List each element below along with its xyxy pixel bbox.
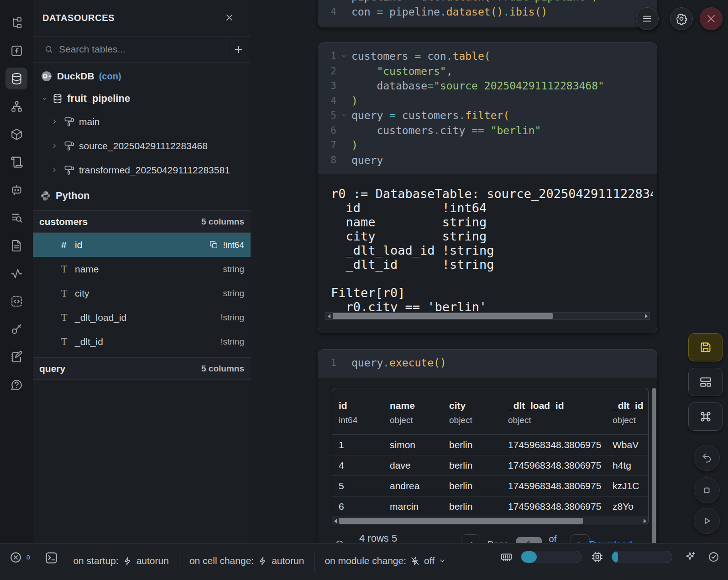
- code-cell-2[interactable]: 1customers = con.table(2 "customers",3 d…: [318, 42, 657, 333]
- run-button[interactable]: [694, 508, 720, 534]
- rail-item-help[interactable]: [5, 374, 27, 396]
- error-count-button[interactable]: 0: [9, 551, 30, 564]
- memory-usage-meter[interactable]: [500, 551, 581, 563]
- rail-item-org-chart[interactable]: [5, 95, 27, 117]
- notebook-menu-button[interactable]: [636, 7, 659, 30]
- table-section-query[interactable]: query5 columns: [33, 357, 251, 380]
- connection-duckdb[interactable]: DuckDB(con): [33, 65, 251, 88]
- table-header-name[interactable]: nameobject: [383, 400, 443, 434]
- code-cell-3[interactable]: 1query.execute() idint64nameobjectcityob…: [318, 349, 657, 543]
- rail-item-file-tree[interactable]: [5, 12, 27, 34]
- download-link[interactable]: Download: [590, 539, 642, 543]
- column-name-label: city: [75, 288, 223, 299]
- connection-engine-label: DuckDB: [57, 71, 94, 82]
- cell-3-editor[interactable]: 1query.execute(): [318, 350, 657, 377]
- line-number: 1: [318, 51, 336, 62]
- column-row-name[interactable]: Tnamestring: [33, 257, 251, 281]
- column-row-city[interactable]: Tcitystring: [33, 281, 251, 305]
- setting-value: off: [424, 555, 435, 566]
- prev-page-button[interactable]: [461, 534, 480, 543]
- connection-status-button[interactable]: [707, 551, 720, 563]
- code-line: 1customers = con.table(: [318, 49, 657, 64]
- output-horizontal-scrollbar[interactable]: [325, 312, 650, 320]
- table-row[interactable]: 5andreaberlin1745968348.3806975kzJ1C: [332, 476, 648, 496]
- scrollbar-thumb[interactable]: [333, 313, 553, 319]
- table-horizontal-scrollbar[interactable]: [332, 517, 648, 525]
- notebook-pen-icon: [10, 350, 23, 364]
- scroll-left-arrow[interactable]: [332, 517, 339, 525]
- table-name-label: query: [39, 363, 65, 374]
- settings-button[interactable]: [670, 7, 693, 30]
- shutdown-button[interactable]: [700, 7, 723, 30]
- statusbar-autorun-setting[interactable]: on cell change:autorun: [189, 555, 304, 566]
- rail-item-activity[interactable]: [5, 262, 27, 284]
- add-datasource-button[interactable]: [226, 37, 251, 62]
- rail-item-file-text[interactable]: [5, 235, 27, 256]
- code-line: 8query: [318, 153, 657, 168]
- table-cell: kzJ1C: [606, 481, 649, 491]
- column-row-_dlt_id[interactable]: T_dlt_id!string: [33, 329, 251, 354]
- code-cell-1[interactable]: 3pipeline = dlt.attach("fruit_pipeline")…: [318, 0, 657, 27]
- terminal-button[interactable]: [44, 551, 58, 565]
- column-row-_dlt_load_id[interactable]: T_dlt_load_id!string: [33, 305, 251, 329]
- statusbar-off-setting[interactable]: on module change:off: [325, 555, 446, 566]
- rail-item-bot-chat[interactable]: [5, 179, 27, 201]
- rail-item-scroll[interactable]: [5, 151, 27, 173]
- key-icon: [10, 323, 23, 336]
- rail-item-key[interactable]: [5, 318, 27, 340]
- next-page-button[interactable]: [571, 534, 590, 543]
- python-section[interactable]: Python: [33, 185, 251, 207]
- table-section-customers[interactable]: customers5 columns: [33, 210, 251, 233]
- search-tables-input[interactable]: [53, 44, 226, 55]
- table-header-_dlt_id[interactable]: _dlt_idobject: [606, 400, 649, 434]
- database-item-fruit_pipeline[interactable]: fruit_pipeline: [33, 88, 251, 110]
- output-vertical-scrollbar[interactable]: [652, 388, 656, 543]
- table-header-id[interactable]: idint64: [332, 400, 383, 434]
- file-tree-icon: [10, 16, 23, 30]
- cell-2-editor[interactable]: 1customers = con.table(2 "customers",3 d…: [318, 43, 657, 174]
- org-chart-icon: [10, 100, 23, 113]
- scroll-left-arrow[interactable]: [326, 313, 332, 319]
- table-search-icon[interactable]: [335, 539, 346, 543]
- table-row[interactable]: 1simonberlin1745968348.3806975WbaV: [332, 435, 648, 455]
- scroll-icon: [10, 156, 23, 169]
- table-row[interactable]: 6marcinberlin1745968348.3806975z8Yo: [332, 496, 648, 517]
- schema-item-transformed_202504291112283581[interactable]: transformed_202504291112283581: [33, 158, 251, 182]
- fold-chevron-icon: [336, 53, 351, 59]
- close-panel-button[interactable]: [225, 13, 234, 24]
- zap-icon: [123, 556, 132, 566]
- rail-item-database[interactable]: [5, 68, 27, 89]
- scrollbar-thumb[interactable]: [339, 518, 583, 524]
- rail-item-function[interactable]: [5, 40, 27, 62]
- command-palette-button[interactable]: [688, 402, 723, 431]
- table-header-city[interactable]: cityobject: [443, 400, 502, 434]
- save-button[interactable]: [688, 333, 723, 361]
- code-line: 2 "customers",: [318, 64, 657, 79]
- stop-button[interactable]: [694, 477, 720, 503]
- column-row-id[interactable]: #id!int64: [33, 233, 251, 257]
- rail-item-code-block[interactable]: [5, 290, 27, 312]
- cell-1-editor[interactable]: 3pipeline = dlt.attach("fruit_pipeline")…: [318, 0, 657, 26]
- page-select[interactable]: 1: [516, 537, 542, 543]
- undo-button[interactable]: [694, 445, 720, 471]
- column-dtype-label: string: [223, 288, 244, 298]
- table-cell: h4tg: [606, 460, 649, 471]
- schema-item-source_202504291112283468[interactable]: source_202504291112283468: [33, 134, 251, 158]
- code-text: query: [351, 154, 383, 166]
- scroll-right-arrow[interactable]: [642, 517, 648, 525]
- table-row[interactable]: 4daveberlin1745968348.3806975h4tg: [332, 455, 648, 476]
- schema-item-main[interactable]: main: [33, 110, 251, 134]
- table-header-_dlt_load_id[interactable]: _dlt_load_idobject: [502, 400, 606, 434]
- rail-item-cube[interactable]: [5, 123, 27, 145]
- cpu-usage-meter[interactable]: [591, 551, 672, 563]
- rail-item-list-search[interactable]: [5, 207, 27, 229]
- code-line: 4): [318, 94, 657, 109]
- memory-icon: [500, 551, 513, 563]
- row-count-label: 4 rows 5 columns: [359, 533, 435, 543]
- copy-icon[interactable]: [209, 240, 218, 249]
- rail-item-notebook-pen[interactable]: [5, 346, 27, 368]
- ai-sparkles-button[interactable]: [684, 551, 696, 563]
- statusbar-autorun-setting[interactable]: on startup:autorun: [73, 555, 168, 566]
- layout-toggle-button[interactable]: [688, 368, 723, 396]
- scroll-right-arrow[interactable]: [643, 313, 649, 319]
